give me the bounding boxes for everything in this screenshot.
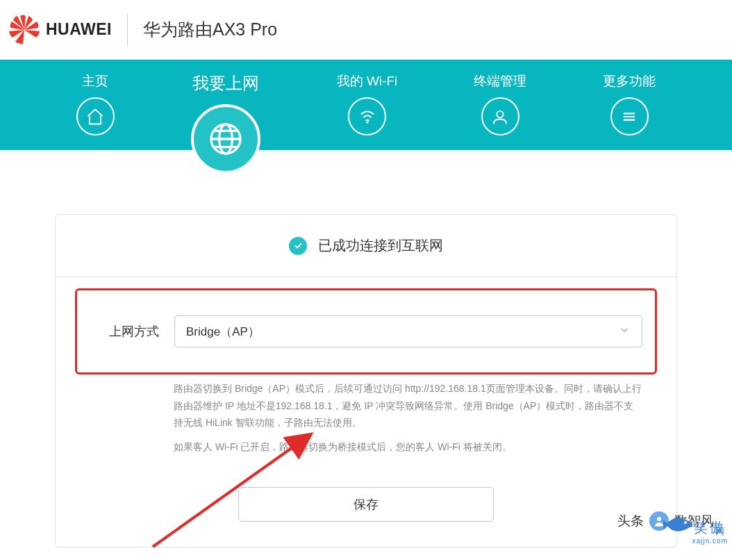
- form-area: 上网方式 Bridge（AP） 路由器切换到 Bridge（AP）模式后，后续可…: [56, 277, 676, 547]
- help-paragraph-1: 路由器切换到 Bridge（AP）模式后，后续可通过访问 http://192.…: [174, 380, 643, 431]
- watermark-url: xajjn.com: [692, 537, 728, 545]
- home-icon: [76, 97, 115, 135]
- menu-icon: [610, 97, 649, 135]
- mode-value: Bridge（AP）: [186, 324, 260, 340]
- help-text: 路由器切换到 Bridge（AP）模式后，后续可通过访问 http://192.…: [174, 380, 643, 455]
- svg-point-3: [497, 110, 504, 117]
- connection-status: 已成功连接到互联网: [56, 215, 676, 277]
- user-icon: [481, 97, 519, 135]
- brand: HUAWEI: [8, 14, 112, 46]
- save-button[interactable]: 保存: [238, 487, 494, 522]
- fish-icon: [662, 513, 694, 536]
- huawei-logo-icon: [8, 14, 40, 46]
- settings-card: 已成功连接到互联网 上网方式 Bridge（AP） 路由器切换到 Bridge（…: [55, 214, 677, 547]
- watermark-site: 笑傲 xajjn.com 网: [692, 518, 728, 545]
- nav-more-label: 更多功能: [603, 72, 656, 90]
- globe-icon: [191, 104, 260, 174]
- header-bar: HUAWEI 华为路由AX3 Pro: [0, 0, 732, 60]
- nav-wifi-label: 我的 Wi-Fi: [337, 72, 398, 90]
- nav-wifi[interactable]: 我的 Wi-Fi: [337, 72, 398, 135]
- wifi-icon: [348, 97, 386, 135]
- content-area: 已成功连接到互联网 上网方式 Bridge（AP） 路由器切换到 Bridge（…: [0, 150, 732, 547]
- watermark-main: 笑傲: [692, 518, 728, 537]
- nav-internet[interactable]: 我要上网: [191, 72, 260, 174]
- watermark-prefix: 头条: [617, 512, 644, 530]
- mode-select[interactable]: Bridge（AP）: [174, 315, 642, 347]
- main-nav: 主页 我要上网 我的 Wi-Fi 终端管理 更多功能: [0, 60, 732, 150]
- nav-home-label: 主页: [82, 72, 108, 90]
- nav-devices[interactable]: 终端管理: [474, 72, 526, 135]
- nav-devices-label: 终端管理: [474, 72, 526, 90]
- status-text: 已成功连接到互联网: [318, 236, 443, 255]
- svg-point-5: [657, 517, 661, 521]
- svg-point-2: [367, 122, 367, 122]
- brand-text: HUAWEI: [46, 20, 112, 39]
- help-paragraph-2: 如果客人 Wi-Fi 已开启，路由器切换为桥接模式后，您的客人 Wi-Fi 将被…: [174, 438, 643, 456]
- device-name: 华为路由AX3 Pro: [143, 18, 277, 41]
- highlighted-field: 上网方式 Bridge（AP）: [75, 288, 657, 374]
- mode-label: 上网方式: [90, 323, 159, 340]
- svg-point-6: [684, 521, 687, 524]
- header-divider: [127, 14, 128, 46]
- nav-internet-label: 我要上网: [192, 72, 259, 94]
- nav-more[interactable]: 更多功能: [603, 72, 656, 135]
- check-icon: [289, 237, 307, 255]
- nav-home[interactable]: 主页: [76, 72, 115, 135]
- chevron-down-icon: [618, 324, 631, 340]
